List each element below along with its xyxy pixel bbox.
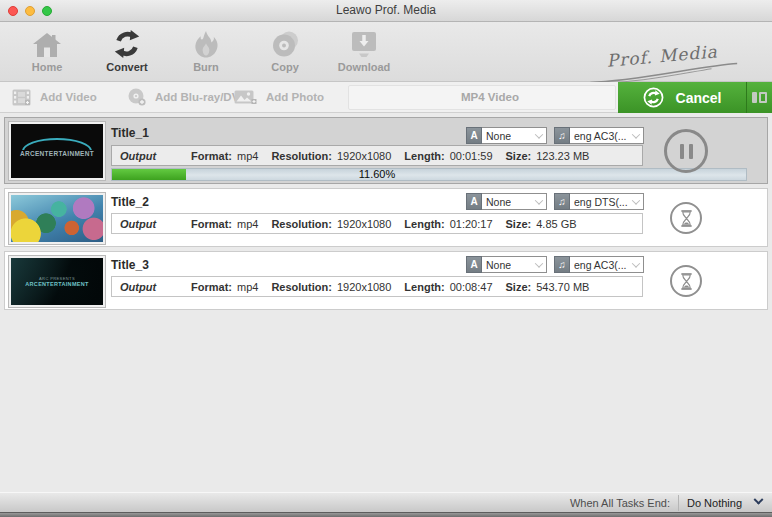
convert-spinner-icon: [643, 87, 664, 108]
audio-dropdown[interactable]: ♫ eng AC3(...: [554, 127, 644, 144]
cancel-button-label: Cancel: [676, 90, 722, 106]
task-title: Title_2: [111, 195, 149, 209]
add-photo-button[interactable]: Add Photo: [234, 82, 324, 112]
chevron-down-icon: [535, 130, 543, 138]
size-value: 543.70 MB: [536, 281, 589, 293]
progress-percent-label: 11.60%: [112, 169, 642, 180]
chevron-down-icon: [754, 495, 764, 505]
audio-dropdown[interactable]: ♫ eng DTS(...: [554, 193, 644, 210]
add-video-button[interactable]: Add Video: [12, 82, 97, 112]
pause-button[interactable]: [664, 129, 708, 173]
size-label: Size:: [506, 150, 532, 162]
nav-home[interactable]: Home: [9, 27, 85, 73]
pause-icon: [680, 144, 684, 159]
minimize-window-button[interactable]: [25, 6, 35, 16]
add-bluray-button[interactable]: Add Blu-ray/DVD: [128, 82, 248, 112]
thumb3-text-line2: ARCENTERTAINMENT: [25, 281, 88, 287]
zoom-window-button[interactable]: [42, 6, 52, 16]
tasks-end-label: When All Tasks End:: [570, 497, 670, 509]
chevron-down-icon: [632, 196, 640, 204]
chevron-down-icon: [535, 259, 543, 267]
audio-icon: ♫: [554, 127, 570, 144]
add-video-label: Add Video: [40, 91, 97, 103]
format-value: mp4: [237, 281, 258, 293]
convert-icon: [89, 27, 165, 59]
chevron-down-icon: [632, 130, 640, 138]
format-value: mp4: [237, 218, 258, 230]
subtitle-value: None: [486, 259, 511, 271]
disc-plus-icon: [128, 88, 146, 106]
burn-icon: [168, 27, 244, 59]
video-thumbnail-3: ARC PRESENTS ARCENTERTAINMENT: [9, 256, 105, 307]
format-profile-label: MP4 Video: [400, 82, 580, 112]
nav-convert[interactable]: Convert: [89, 27, 165, 73]
task-title: Title_1: [111, 126, 149, 140]
resolution-label: Resolution:: [271, 150, 332, 162]
nav-download-label: Download: [326, 61, 402, 73]
subtitle-dropdown[interactable]: A None: [466, 256, 547, 273]
home-icon: [9, 27, 85, 59]
chevron-down-icon: [535, 196, 543, 204]
nav-burn-label: Burn: [168, 61, 244, 73]
subtitle-dropdown[interactable]: A None: [466, 127, 547, 144]
format-label: Format:: [191, 150, 232, 162]
nav-convert-label: Convert: [89, 61, 165, 73]
action-bar: Add Video Add Blu-ray/DVD Add Photo MP4 …: [0, 82, 772, 113]
length-value: 00:08:47: [450, 281, 493, 293]
output-info: Output Format:mp4 Resolution:1920x1080 L…: [111, 276, 643, 297]
nav-copy-label: Copy: [247, 61, 323, 73]
waiting-status-button[interactable]: [670, 265, 702, 297]
resolution-value: 1920x1080: [337, 150, 391, 162]
task-row-3[interactable]: ARC PRESENTS ARCENTERTAINMENT Title_3 A …: [4, 251, 768, 310]
tasks-end-value: Do Nothing: [687, 497, 742, 509]
audio-icon: ♫: [554, 256, 570, 273]
audio-value: eng AC3(...: [574, 259, 627, 271]
size-value: 123.23 MB: [536, 150, 589, 162]
waiting-status-button[interactable]: [670, 202, 702, 234]
nav-home-label: Home: [9, 61, 85, 73]
hourglass-icon: [679, 273, 694, 290]
size-label: Size:: [506, 281, 532, 293]
task-row-1[interactable]: ARCENTERTAINMENT Title_1 A None ♫ eng AC…: [4, 117, 768, 184]
progress-bar: 11.60%: [111, 168, 747, 181]
format-value: mp4: [237, 150, 258, 162]
format-label: Format:: [191, 281, 232, 293]
hourglass-icon: [679, 210, 694, 227]
video-thumbnail-2: [9, 193, 105, 244]
audio-value: eng AC3(...: [574, 130, 627, 142]
window-title: Leawo Prof. Media: [0, 0, 772, 21]
length-value: 01:20:17: [450, 218, 493, 230]
resolution-value: 1920x1080: [337, 218, 391, 230]
arc-logo-swoosh: [22, 138, 92, 150]
window-titlebar: Leawo Prof. Media: [0, 0, 772, 22]
main-toolbar: Home Convert Burn: [0, 22, 772, 82]
size-value: 4.85 GB: [536, 218, 576, 230]
panel-toggle-icon: [752, 92, 767, 103]
resolution-value: 1920x1080: [337, 281, 391, 293]
close-window-button[interactable]: [8, 6, 18, 16]
audio-icon: ♫: [554, 193, 570, 210]
output-info: Output Format:mp4 Resolution:1920x1080 L…: [111, 213, 643, 234]
tasks-end-dropdown[interactable]: Do Nothing: [678, 495, 766, 511]
audio-dropdown[interactable]: ♫ eng AC3(...: [554, 256, 644, 273]
length-value: 00:01:59: [450, 150, 493, 162]
nav-burn[interactable]: Burn: [168, 27, 244, 73]
add-photo-label: Add Photo: [266, 91, 324, 103]
subtitle-value: None: [486, 196, 511, 208]
video-thumbnail-1: ARCENTERTAINMENT: [9, 122, 105, 180]
nav-copy[interactable]: Copy: [247, 27, 323, 73]
toggle-panel-button[interactable]: [746, 82, 772, 113]
photo-plus-icon: [234, 89, 257, 106]
subtitle-dropdown[interactable]: A None: [466, 193, 547, 210]
subtitle-icon: A: [466, 256, 482, 273]
output-label: Output: [120, 281, 156, 293]
subtitle-icon: A: [466, 193, 482, 210]
output-label: Output: [120, 218, 156, 230]
cancel-button[interactable]: Cancel: [618, 82, 746, 113]
subtitle-icon: A: [466, 127, 482, 144]
nav-download[interactable]: Download: [326, 27, 402, 73]
resolution-label: Resolution:: [271, 218, 332, 230]
copy-icon: [247, 27, 323, 59]
format-label: Format:: [191, 218, 232, 230]
task-row-2[interactable]: Title_2 A None ♫ eng DTS(... Output Form…: [4, 188, 768, 247]
